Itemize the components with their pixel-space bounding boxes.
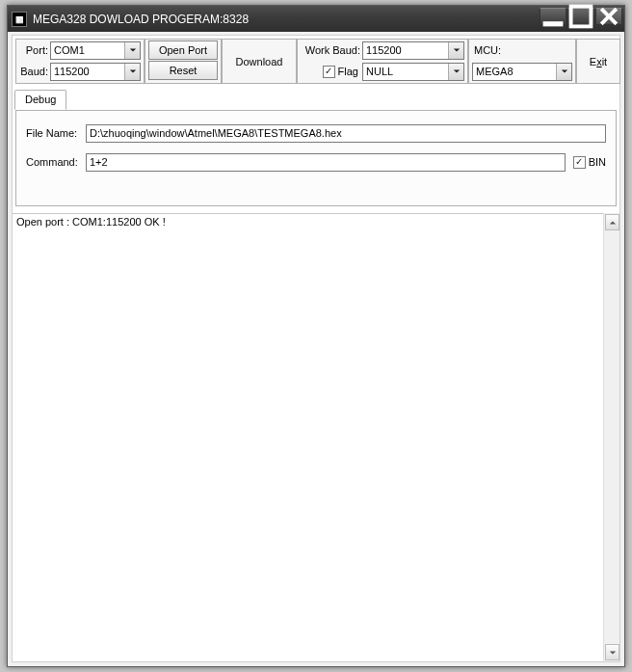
close-button[interactable] — [595, 8, 622, 25]
flag-value: NULL — [366, 66, 393, 77]
command-input[interactable]: 1+2 — [86, 153, 566, 172]
workbaud-label: Work Baud: — [301, 44, 362, 56]
mcu-group: MCU: MEGA8 — [468, 39, 576, 84]
workbaud-combo[interactable]: 115200 — [362, 41, 464, 60]
port-value: COM1 — [54, 44, 85, 56]
exit-group: Exit — [576, 39, 620, 84]
title-bar[interactable]: ▦ MEGA328 DOWLOAD PROGERAM:8328 — [8, 6, 624, 32]
bin-label: BIN — [589, 156, 606, 168]
port-label: Port: — [19, 44, 50, 56]
baud-label: Baud: — [19, 66, 50, 77]
reset-button[interactable]: Reset — [148, 61, 218, 80]
exit-button[interactable]: Exit — [577, 40, 619, 83]
chevron-down-icon — [124, 64, 140, 80]
exit-label: Exit — [590, 56, 607, 67]
chevron-down-icon — [448, 64, 463, 80]
bin-checkbox[interactable]: ✓ — [573, 156, 586, 169]
maximize-button[interactable] — [567, 8, 594, 25]
app-window: ▦ MEGA328 DOWLOAD PROGERAM:8328 Port: CO… — [7, 5, 625, 667]
filename-label: File Name: — [26, 127, 86, 139]
flag-label: Flag — [338, 66, 358, 77]
tab-panel: Debug File Name: D:\zhuoqing\window\Atme… — [15, 110, 617, 206]
minimize-button[interactable] — [540, 8, 566, 25]
chevron-down-icon — [124, 42, 140, 59]
output-text: Open port : COM1:115200 OK ! — [16, 216, 166, 228]
mcu-label: MCU: — [474, 44, 503, 56]
mcu-value: MEGA8 — [476, 66, 514, 77]
open-port-button[interactable]: Open Port — [148, 40, 218, 60]
workbaud-group: Work Baud: 115200 ✓ Flag NULL — [297, 39, 468, 84]
download-group: Download — [222, 39, 297, 84]
command-label: Command: — [26, 156, 86, 168]
chevron-down-icon — [556, 64, 571, 80]
chevron-down-icon — [448, 42, 463, 59]
port-combo[interactable]: COM1 — [50, 41, 141, 60]
port-baud-group: Port: COM1 Baud: 115200 — [15, 39, 145, 84]
tab-debug[interactable]: Debug — [14, 90, 66, 110]
svg-rect-0 — [543, 21, 564, 26]
svg-rect-1 — [571, 7, 592, 27]
output-pane[interactable]: Open port : COM1:115200 OK ! — [13, 213, 619, 661]
scrollbar[interactable] — [603, 213, 619, 661]
window-title: MEGA328 DOWLOAD PROGERAM:8328 — [33, 13, 249, 26]
tab-page: File Name: D:\zhuoqing\window\Atmel\MEGA… — [15, 110, 617, 206]
flag-combo[interactable]: NULL — [362, 63, 464, 81]
baud-value: 115200 — [54, 66, 90, 77]
scroll-up-button[interactable] — [605, 214, 619, 230]
filename-input[interactable]: D:\zhuoqing\window\Atmel\MEGA8\TESTMEGA8… — [86, 124, 606, 143]
workbaud-value: 115200 — [366, 44, 402, 56]
flag-checkbox[interactable]: ✓ — [323, 66, 335, 78]
connect-group: Open Port Reset — [145, 39, 222, 84]
download-button[interactable]: Download — [225, 42, 293, 81]
client-area: Port: COM1 Baud: 115200 Open Port Reset … — [12, 35, 620, 662]
baud-combo[interactable]: 115200 — [50, 63, 141, 81]
mcu-combo[interactable]: MEGA8 — [472, 63, 572, 81]
scroll-down-button[interactable] — [605, 644, 619, 660]
app-icon: ▦ — [12, 12, 27, 27]
